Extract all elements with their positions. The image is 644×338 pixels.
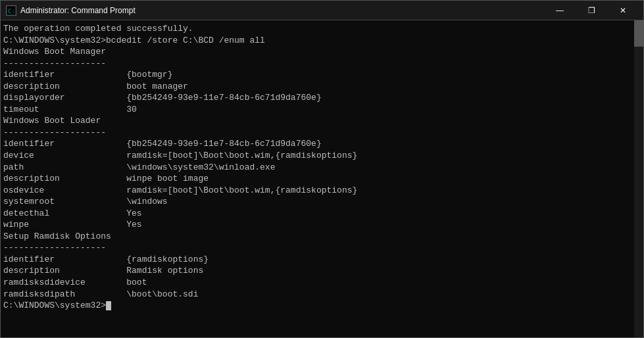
scrollbar[interactable]: [634, 20, 643, 337]
console-line: --------------------: [3, 127, 632, 139]
console-line: winpe Yes: [3, 219, 632, 231]
console-area: The operation completed successfully.C:\…: [1, 20, 643, 337]
console-line: ramdisksdipath \boot\boot.sdi: [3, 289, 632, 301]
cursor: [106, 301, 111, 310]
console-line: detecthal Yes: [3, 208, 632, 220]
console-line: Windows Boot Loader: [3, 115, 632, 127]
title-bar: C:\ Administrator: Command Prompt — ❐ ✕: [1, 1, 643, 20]
console-line: device ramdisk=[boot]\Boot\boot.wim,{ram…: [3, 150, 632, 162]
console-line: identifier {bootmgr}: [3, 69, 632, 81]
console-line: Setup Ramdisk Options: [3, 231, 632, 243]
console-line: description Ramdisk options: [3, 265, 632, 277]
title-bar-text: Administrator: Command Prompt: [20, 6, 545, 15]
console-line: osdevice ramdisk=[boot]\Boot\boot.wim,{r…: [3, 185, 632, 197]
console-line: --------------------: [3, 58, 632, 70]
cmd-window: C:\ Administrator: Command Prompt — ❐ ✕ …: [0, 0, 644, 338]
console-line: path \windows\system32\winload.exe: [3, 162, 632, 174]
console-line: C:\WINDOWS\system32>bcdedit /store C:\BC…: [3, 35, 632, 47]
console-line: --------------------: [3, 242, 632, 254]
console-line: systemroot \windows: [3, 196, 632, 208]
title-bar-controls: — ❐ ✕: [545, 1, 638, 20]
cmd-icon: C:\: [6, 5, 16, 16]
console-line: description boot manager: [3, 81, 632, 93]
console-output[interactable]: The operation completed successfully.C:\…: [1, 20, 634, 337]
console-line: ramdisksdidevice boot: [3, 277, 632, 289]
minimize-button[interactable]: —: [545, 1, 575, 20]
svg-text:C:\: C:\: [8, 8, 15, 14]
console-line: identifier {ramdiskoptions}: [3, 254, 632, 266]
console-line: The operation completed successfully.: [3, 23, 632, 35]
console-line: identifier {bb254249-93e9-11e7-84cb-6c71…: [3, 138, 632, 150]
console-line: description winpe boot image: [3, 173, 632, 185]
console-line: Windows Boot Manager: [3, 46, 632, 58]
console-line: displayorder {bb254249-93e9-11e7-84cb-6c…: [3, 92, 632, 104]
scrollbar-thumb[interactable]: [634, 20, 643, 47]
console-line: timeout 30: [3, 104, 632, 116]
maximize-button[interactable]: ❐: [576, 1, 607, 20]
close-button[interactable]: ✕: [608, 1, 638, 20]
console-line: C:\WINDOWS\system32>: [3, 300, 632, 312]
